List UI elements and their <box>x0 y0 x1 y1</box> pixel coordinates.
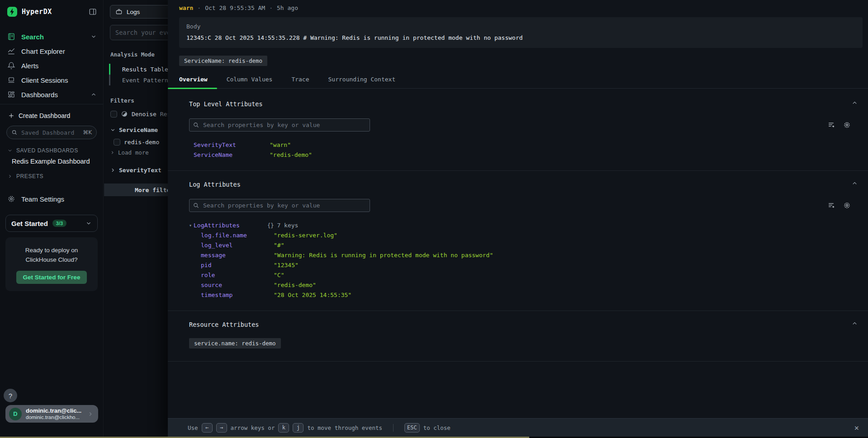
saved-dashboards-input[interactable] <box>21 129 75 136</box>
sidebar-item-label: Search <box>21 33 44 41</box>
attribute-key[interactable]: ServiceName <box>194 151 270 158</box>
team-settings-button[interactable]: Team Settings <box>0 179 103 203</box>
section-controls <box>189 199 854 212</box>
service-name-tag[interactable]: ServiceName: redis-demo <box>179 56 267 66</box>
facet-label: redis-demo <box>124 139 159 146</box>
sidebar-item-dashboards[interactable]: Dashboards <box>0 87 103 102</box>
attribute-key[interactable]: log.file.name <box>201 232 274 239</box>
section-controls <box>189 118 854 132</box>
keys-count: {}7 keys <box>267 222 298 229</box>
search-journal-icon <box>7 33 15 41</box>
tab-overview[interactable]: Overview <box>168 76 217 88</box>
attribute-row: ServiceName "redis-demo" <box>189 150 854 160</box>
app-title: HyperDX <box>22 8 52 16</box>
gear-icon <box>7 195 15 203</box>
attribute-value[interactable]: "12345" <box>274 262 299 268</box>
bell-icon <box>7 61 15 70</box>
filter-lines-icon[interactable] <box>828 202 835 209</box>
attribute-value[interactable]: "Warning: Redis is running in protected … <box>274 252 493 259</box>
event-relative-time: 5h ago <box>277 5 298 11</box>
separator-dot: · <box>197 5 201 11</box>
attribute-key[interactable]: pid <box>201 262 274 268</box>
sidebar-item-alerts[interactable]: Alerts <box>0 58 103 73</box>
attribute-key[interactable]: source <box>201 282 274 288</box>
section-resource-attributes: Resource Attributes service.name: redis-… <box>168 311 868 361</box>
briefcase-icon <box>115 8 123 15</box>
property-search-input[interactable] <box>189 118 370 132</box>
attribute-row: pid "12345" <box>189 260 854 270</box>
denoise-checkbox[interactable] <box>110 111 117 118</box>
collapse-section-icon[interactable] <box>851 99 858 106</box>
saved-dashboards-search[interactable]: ⌘K <box>6 126 97 139</box>
event-timestamp: Oct 28 9:55:35 AM <box>205 5 265 11</box>
close-icon[interactable]: ✕ <box>854 424 859 432</box>
attribute-key[interactable]: timestamp <box>201 292 274 298</box>
attribute-value[interactable]: "warn" <box>270 141 291 148</box>
attribute-value[interactable]: "redis-server.log" <box>274 232 337 239</box>
promo-text-line2: ClickHouse Cloud? <box>11 255 92 264</box>
attribute-key[interactable]: log_level <box>201 242 274 249</box>
attribute-key[interactable]: role <box>201 272 274 278</box>
collapse-section-icon[interactable] <box>851 320 858 327</box>
collapse-section-icon[interactable] <box>851 180 858 187</box>
sidebar-collapse-icon[interactable] <box>89 8 97 16</box>
gear-icon[interactable] <box>843 202 851 209</box>
sidebar-item-chart-explorer[interactable]: Chart Explorer <box>0 44 103 58</box>
gear-icon[interactable] <box>843 121 851 129</box>
attribute-value[interactable]: "#" <box>274 242 284 249</box>
create-dashboard-button[interactable]: Create Dashboard <box>0 104 103 119</box>
sidebar-item-client-sessions[interactable]: Client Sessions <box>0 73 103 87</box>
footer-arrows-text: arrow keys or <box>231 424 275 431</box>
filter-lines-icon[interactable] <box>828 121 835 129</box>
hyperdx-logo-icon <box>7 7 17 17</box>
presets-header[interactable]: PRESETS <box>0 165 103 179</box>
team-settings-label: Team Settings <box>21 195 64 203</box>
saved-dashboards-header-label: SAVED DASHBOARDS <box>16 147 78 154</box>
sidebar-item-search[interactable]: Search <box>0 29 103 44</box>
footer-separator <box>393 424 394 432</box>
log-attributes-tree: ▾ LogAttributes {}7 keys log.file.name "… <box>189 220 854 311</box>
attribute-key[interactable]: message <box>201 252 274 259</box>
attribute-value[interactable]: "C" <box>274 272 284 278</box>
property-search-input[interactable] <box>189 199 370 212</box>
drawer-footer: Use ← → arrow keys or k j to move throug… <box>168 418 868 437</box>
saved-dashboards-header[interactable]: SAVED DASHBOARDS <box>0 139 103 154</box>
tab-surrounding-context[interactable]: Surrounding Context <box>319 76 405 88</box>
laptop-icon <box>7 76 15 84</box>
tab-column-values[interactable]: Column Values <box>217 76 282 88</box>
section-log-attributes: Log Attributes <box>168 171 868 311</box>
drawer-content: warn · Oct 28 9:55:35 AM · 5h ago Body 1… <box>168 0 868 418</box>
user-account-chip[interactable]: D dominic.tran@clic... dominic.tran@clic… <box>5 405 98 423</box>
attribute-row: SeverityText "warn" <box>189 140 854 150</box>
tab-trace[interactable]: Trace <box>282 76 318 88</box>
arrow-right-keycap: → <box>216 423 227 433</box>
attribute-value[interactable]: "28 Oct 2025 14:55:35" <box>274 292 351 298</box>
help-button[interactable]: ? <box>4 389 17 402</box>
attribute-value[interactable]: "redis-demo" <box>274 282 316 288</box>
clickhouse-cloud-promo-card: Ready to deploy on ClickHouse Cloud? Get… <box>5 237 98 291</box>
attribute-key[interactable]: LogAttributes <box>194 222 267 229</box>
load-more-label: Load more <box>118 149 149 156</box>
sidebar: HyperDX Search Chart Explorer Alerts <box>0 0 104 438</box>
sidebar-nav: Search Chart Explorer Alerts Client Sess… <box>0 29 103 102</box>
facet-checkbox[interactable] <box>114 139 120 146</box>
event-body-box: Body 12345:C 28 Oct 2025 14:55:35.228 # … <box>179 17 863 48</box>
get-started-toggle[interactable]: Get Started 3/3 <box>5 215 98 232</box>
get-started-free-button[interactable]: Get Started for Free <box>16 271 87 284</box>
filter-group-label: SeverityText <box>119 167 161 174</box>
filter-group-label: ServiceName <box>119 127 158 133</box>
tree-parent-row[interactable]: ▾ LogAttributes {}7 keys <box>189 220 854 230</box>
chevron-right-icon <box>7 174 13 179</box>
dashboard-link-redis-example[interactable]: Redis Example Dashboard <box>0 154 103 165</box>
resource-tag[interactable]: service.name: redis-demo <box>189 338 281 349</box>
avatar: D <box>9 408 22 420</box>
body-label: Body <box>186 23 855 30</box>
denoise-icon <box>121 110 128 118</box>
attribute-value[interactable]: "redis-demo" <box>270 151 312 158</box>
property-search <box>189 118 370 132</box>
braces-icon: {} <box>267 222 274 229</box>
section-divider <box>168 361 868 362</box>
get-started-label: Get Started <box>11 220 48 227</box>
attribute-key[interactable]: SeverityText <box>194 141 270 148</box>
footer-move-text: to move through events <box>307 424 382 431</box>
